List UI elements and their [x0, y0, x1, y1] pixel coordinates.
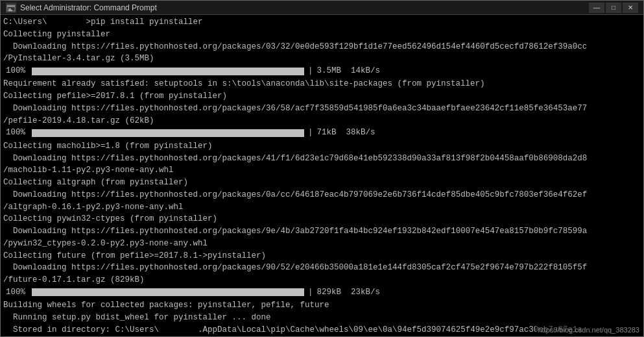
console-line: Downloading https://files.pythonhosted.o… [3, 103, 641, 115]
title-bar: Select Administrator: Command Prompt — □… [1, 1, 643, 15]
window-title: Select Administrator: Command Prompt [20, 3, 589, 12]
console-line: /pywin32_ctypes-0.2.0-py2.py3-none-any.w… [3, 238, 641, 250]
console-line: Collecting pyinstaller [3, 29, 641, 41]
console-line: Downloading https://files.pythonhosted.o… [3, 262, 641, 274]
console-line: Collecting pywin32-ctypes (from pyinstal… [3, 213, 641, 225]
console-line: Collecting pefile>=2017.8.1 (from pyinst… [3, 90, 641, 103]
progress-line: 100%|71kB 38kB/s [6, 127, 641, 139]
progress-line: 100%|3.5MB 14kB/s [6, 65, 641, 77]
console-line: /PyInstaller-3.4.tar.gz (3.5MB) [3, 53, 641, 65]
console-line: /future-0.17.1.tar.gz (829kB) [3, 274, 641, 286]
console-line: Requirement already satisfied: setuptool… [3, 78, 641, 90]
console-line: Collecting altgraph (from pyinstaller) [3, 177, 641, 189]
window-controls: — □ ✕ [589, 3, 638, 13]
console-line: Collecting future (from pefile>=2017.8.1… [3, 250, 641, 262]
console-line: C:\Users\ >pip install pyinstaller [3, 16, 641, 29]
console-line: Downloading https://files.pythonhosted.o… [3, 153, 641, 165]
console-line: /altgraph-0.16.1-py2.py3-none-any.whl [3, 201, 641, 214]
console-line: Building wheels for collected packages: … [3, 299, 641, 312]
console-line: /pefile-2019.4.18.tar.gz (62kB) [3, 115, 641, 127]
console-line: Downloading https://files.pythonhosted.o… [3, 225, 641, 238]
svg-rect-1 [7, 5, 15, 7]
maximize-button[interactable]: □ [606, 3, 621, 13]
console-line: /macholib-1.11-py2.py3-none-any.whl [3, 164, 641, 177]
watermark: https://blog.csdn.net/qq_383283 [536, 325, 641, 334]
console-line: Downloading https://files.pythonhosted.o… [3, 41, 641, 53]
minimize-button[interactable]: — [589, 3, 604, 13]
console-line: Downloading https://files.pythonhosted.o… [3, 189, 641, 201]
console-line: Collecting macholib>=1.8 (from pyinstall… [3, 140, 641, 153]
console-line: Running setup.py bdist_wheel for pyinsta… [3, 312, 641, 324]
command-prompt-window: Select Administrator: Command Prompt — □… [0, 0, 644, 337]
console-output: C:\Users\ >pip install pyinstallerCollec… [1, 15, 643, 336]
window-icon [6, 3, 16, 13]
console-line: 7458ed195b8d [3, 336, 641, 336]
close-button[interactable]: ✕ [623, 3, 638, 13]
progress-line: 100%|829kB 23kB/s [6, 286, 641, 299]
